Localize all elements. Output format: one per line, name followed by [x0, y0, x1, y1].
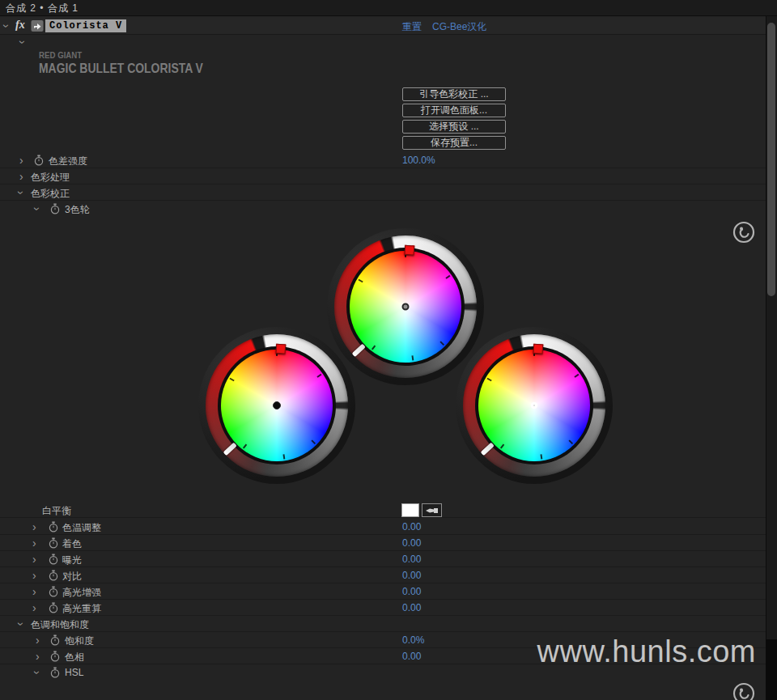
- param-label: 高光重算: [62, 602, 101, 616]
- chevron-right-icon[interactable]: ›: [32, 570, 36, 581]
- param-row-three-way[interactable]: › 3色轮: [0, 201, 766, 217]
- stopwatch-icon[interactable]: [50, 651, 60, 664]
- param-label: 色相: [65, 651, 84, 664]
- param-label: 着色: [62, 537, 82, 551]
- effect-plugin-icon: [31, 19, 44, 35]
- param-label: 3色轮: [65, 203, 90, 217]
- panel-tab[interactable]: 合成 2 • 合成 1: [0, 0, 777, 16]
- chevron-right-icon[interactable]: ›: [32, 554, 36, 565]
- ring-red-handle[interactable]: [404, 245, 414, 256]
- param-row-white-balance[interactable]: 白平衡: [0, 502, 766, 518]
- chevron-right-icon[interactable]: ›: [19, 171, 23, 182]
- group-row-color-process[interactable]: › 色彩处理: [0, 168, 766, 185]
- param-label: 白平衡: [42, 504, 71, 518]
- param-value[interactable]: 0.00: [402, 537, 421, 549]
- vertical-scrollbar-thumb[interactable]: [767, 23, 775, 296]
- stopwatch-icon[interactable]: [50, 634, 60, 648]
- save-preset-button[interactable]: 保存预置...: [402, 136, 506, 150]
- param-value[interactable]: 0.0%: [402, 634, 424, 646]
- chevron-right-icon[interactable]: ›: [32, 521, 36, 532]
- param-value[interactable]: 100.0%: [402, 155, 435, 166]
- chevron-down-icon[interactable]: ›: [15, 622, 27, 626]
- param-row-exposure[interactable]: › 曝光 0.00: [0, 551, 766, 567]
- group-row-hue-saturation[interactable]: › 色调和饱和度: [0, 616, 766, 632]
- param-row-temp[interactable]: › 色温调整 0.00: [0, 519, 766, 535]
- param-row-highlight-recovery[interactable]: › 高光重算 0.00: [0, 600, 766, 616]
- param-row-tint[interactable]: › 着色 0.00: [0, 535, 766, 551]
- chevron-right-icon[interactable]: ›: [19, 155, 23, 166]
- colorista-swirl-icon[interactable]: [732, 681, 756, 700]
- action-buttons: 引导色彩校正 ... 打开调色面板... 选择预设 ... 保存预置...: [402, 87, 506, 150]
- param-value[interactable]: 0.00: [402, 586, 421, 597]
- brand-text: RED GIANT: [39, 50, 215, 60]
- param-label: HSL: [65, 667, 83, 678]
- param-label: 色温调整: [62, 521, 101, 535]
- param-label: 高光增强: [62, 586, 101, 600]
- ring-red-handle[interactable]: [275, 344, 286, 354]
- vertical-scrollbar-track[interactable]: [766, 16, 777, 700]
- eyedropper-icon[interactable]: [422, 503, 442, 517]
- panel-corner: [766, 639, 777, 700]
- colorista-swirl-icon[interactable]: [732, 220, 756, 244]
- stopwatch-icon[interactable]: [49, 537, 58, 551]
- localization-link[interactable]: CG-Bee汉化: [432, 20, 486, 34]
- midtones-color-wheel[interactable]: [327, 228, 484, 385]
- open-color-panel-button[interactable]: 打开调色面板...: [402, 104, 506, 117]
- param-value[interactable]: 0.00: [402, 602, 421, 613]
- param-value[interactable]: 0.00: [402, 570, 421, 581]
- white-balance-swatch[interactable]: [401, 503, 419, 517]
- param-row-contrast[interactable]: › 对比 0.00: [0, 567, 766, 583]
- product-text: MAGIC BULLET COLORISTA V: [39, 61, 203, 77]
- watermark-text: www.hunls.com: [537, 634, 756, 669]
- highlights-center-handle[interactable]: [531, 402, 537, 409]
- param-row-ca-strength[interactable]: › 色差强度 100.0%: [0, 152, 766, 168]
- chevron-down-icon[interactable]: ›: [17, 40, 28, 45]
- group-label: 色调和饱和度: [31, 618, 89, 632]
- param-label: 曝光: [62, 554, 82, 567]
- stopwatch-icon[interactable]: [49, 586, 58, 600]
- chevron-right-icon[interactable]: ›: [32, 586, 36, 597]
- param-label: 色差强度: [49, 155, 87, 168]
- stopwatch-icon[interactable]: [49, 554, 58, 567]
- chevron-right-icon[interactable]: ›: [32, 537, 36, 549]
- stopwatch-icon[interactable]: [49, 602, 58, 616]
- fx-icon: fx: [15, 19, 25, 32]
- param-row-highlight-boost[interactable]: › 高光增强 0.00: [0, 583, 766, 600]
- chevron-right-icon[interactable]: ›: [36, 651, 40, 662]
- param-value[interactable]: 0.00: [402, 554, 421, 565]
- chevron-down-icon[interactable]: ›: [1, 24, 12, 28]
- effect-header-row[interactable]: › fx Colorista V 重置 CG-Bee汉化: [0, 17, 766, 35]
- chevron-down-icon[interactable]: ›: [32, 207, 43, 211]
- chevron-down-icon[interactable]: ›: [32, 671, 43, 675]
- choose-preset-button[interactable]: 选择预设 ...: [402, 120, 506, 134]
- panel-tab-title: 合成 2 • 合成 1: [6, 2, 79, 14]
- chevron-right-icon[interactable]: ›: [36, 634, 40, 646]
- stopwatch-icon[interactable]: [49, 570, 58, 583]
- reset-link[interactable]: 重置: [402, 20, 422, 34]
- midtones-center-handle[interactable]: [402, 303, 410, 311]
- effect-controls-panel: 合成 2 • 合成 1 › fx Colorista V 重置 CG-Bee汉化…: [0, 0, 777, 700]
- param-label: 对比: [62, 570, 82, 583]
- plugin-logo: RED GIANT MAGIC BULLET COLORISTA V: [39, 50, 239, 77]
- effect-name-chip[interactable]: Colorista V: [45, 19, 126, 32]
- stopwatch-icon[interactable]: [34, 155, 44, 168]
- shadows-center-handle[interactable]: [273, 401, 281, 409]
- stopwatch-icon[interactable]: [50, 203, 60, 217]
- guided-color-correction-button[interactable]: 引导色彩校正 ...: [402, 87, 506, 101]
- group-row-color-correct[interactable]: › 色彩校正: [0, 185, 766, 201]
- group-label: 色彩处理: [31, 171, 70, 185]
- chevron-down-icon[interactable]: ›: [15, 191, 27, 195]
- stopwatch-icon[interactable]: [50, 667, 60, 681]
- stopwatch-icon[interactable]: [49, 521, 58, 535]
- param-value[interactable]: 0.00: [402, 651, 421, 662]
- chevron-right-icon[interactable]: ›: [32, 602, 36, 613]
- param-value[interactable]: 0.00: [402, 521, 421, 532]
- ring-red-handle[interactable]: [533, 344, 543, 354]
- group-label: 色彩校正: [31, 187, 70, 201]
- param-label: 饱和度: [65, 634, 94, 648]
